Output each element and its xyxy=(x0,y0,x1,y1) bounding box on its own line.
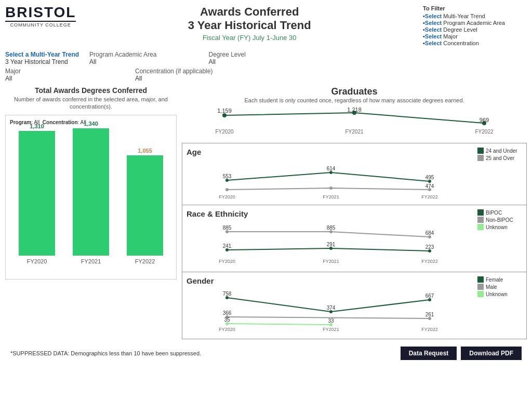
svg-point-15 xyxy=(225,188,229,191)
legend-female: Female xyxy=(477,276,522,283)
graduates-chart: 1,159 1,218 969 FY2020 FY2021 FY2022 xyxy=(182,108,527,138)
degree-selector[interactable]: Degree Level All xyxy=(208,51,245,65)
svg-text:FY2022: FY2022 xyxy=(421,327,438,332)
multi-year-selector[interactable]: Select a Multi-Year Trend 3 Year Histori… xyxy=(5,51,79,65)
total-awards-subtitle: Number of awards conferred in the select… xyxy=(5,96,177,111)
age-svg: 553 614 495 474 FY2020 FY2021 xyxy=(187,159,475,201)
right-panel: Graduates Each student is only counted o… xyxy=(182,86,527,339)
gender-legend: Female Male Unknown xyxy=(475,276,522,297)
bar-rect-fy2020 xyxy=(19,131,55,256)
suppressed-text: *SUPPRESSED DATA: Demographics less than… xyxy=(10,350,201,356)
bar-label-fy2022: FY2022 xyxy=(135,258,155,264)
svg-text:1,159: 1,159 xyxy=(217,108,232,114)
legend-24under-color xyxy=(477,148,484,154)
footer-buttons: Data Request Download PDF xyxy=(401,347,522,360)
logo-sub: COMMUNITY COLLEGE xyxy=(10,23,71,28)
bar-fy2022: 1,055 FY2022 xyxy=(118,148,172,264)
bar-rect-fy2022 xyxy=(127,155,163,256)
filter-item-3: •Select Degree Level xyxy=(423,26,527,33)
bar-value-fy2020: 1,310 xyxy=(30,123,44,129)
svg-text:969: 969 xyxy=(480,117,489,123)
gender-chart-area: Gender 758 374 667 xyxy=(187,276,475,337)
legend-unknown-race-color xyxy=(477,224,484,230)
bar-value-fy2021: 1,340 xyxy=(84,121,98,127)
svg-text:241: 241 xyxy=(223,243,232,249)
svg-text:495: 495 xyxy=(425,175,434,180)
graduates-subtitle: Each student is only counted once, regar… xyxy=(182,97,527,103)
gender-legend-list: Female Male Unknown xyxy=(477,276,522,297)
svg-text:1,218: 1,218 xyxy=(347,108,362,113)
concentration-selector[interactable]: Concentration (if applicable) All xyxy=(135,68,212,82)
multi-year-value: 3 Year Historical Trend xyxy=(5,58,79,65)
svg-text:33: 33 xyxy=(328,318,334,324)
age-chart-row: Age 553 614 495 xyxy=(187,148,522,203)
legend-24under: 24 and Under xyxy=(477,148,522,154)
race-chart-row: Race & Ethnicity 885 885 684 xyxy=(187,209,522,270)
major-selector[interactable]: Major All xyxy=(5,68,21,82)
header-title: Awards Conferred 3 Year Historical Trend… xyxy=(76,5,423,42)
download-pdf-button[interactable]: Download PDF xyxy=(461,347,522,360)
age-legend-list: 24 and Under 25 and Over xyxy=(477,148,522,161)
graduates-title: Graduates xyxy=(182,86,527,97)
filter-title: To Filter xyxy=(423,5,527,11)
legend-25over-label: 25 and Over xyxy=(486,155,514,161)
data-request-button[interactable]: Data Request xyxy=(401,347,457,360)
legend-24under-label: 24 and Under xyxy=(486,148,517,154)
age-chart-area: Age 553 614 495 xyxy=(187,148,475,203)
svg-text:FY2021: FY2021 xyxy=(323,327,339,332)
race-section: Race & Ethnicity 885 885 684 xyxy=(182,205,527,272)
race-title: Race & Ethnicity xyxy=(187,209,475,218)
legend-nonbipoc-color xyxy=(477,217,484,223)
svg-text:FY2022: FY2022 xyxy=(475,129,493,135)
legend-male: Male xyxy=(477,284,522,290)
gender-chart-row: Gender 758 374 667 xyxy=(187,276,522,337)
bar-chart-container: Program: All Concentration: All 1,310 FY… xyxy=(5,115,177,280)
age-title: Age xyxy=(187,148,475,156)
svg-text:684: 684 xyxy=(425,230,434,236)
svg-text:FY2020: FY2020 xyxy=(215,129,233,135)
filter-item-1: •Select Multi-Year Trend xyxy=(423,13,527,19)
svg-point-0 xyxy=(222,113,227,117)
title-line1: Awards Conferred xyxy=(76,5,423,19)
main-content: Total Awards Degrees Conferred Number of… xyxy=(5,86,527,339)
svg-text:291: 291 xyxy=(327,242,336,247)
program-label: Program Academic Area xyxy=(89,51,156,58)
legend-male-label: Male xyxy=(486,284,497,290)
svg-text:FY2021: FY2021 xyxy=(323,194,339,200)
filter-item-4: •Select Major xyxy=(423,33,527,39)
major-value: All xyxy=(5,75,21,82)
multi-year-label: Select a Multi-Year Trend xyxy=(5,51,79,58)
program-selector[interactable]: Program Academic Area All xyxy=(89,51,156,65)
svg-text:FY2022: FY2022 xyxy=(421,194,438,200)
legend-bipoc-label: BIPOC xyxy=(486,210,502,216)
legend-25over: 25 and Over xyxy=(477,155,522,161)
logo-bristol: BRISTOL xyxy=(5,5,76,22)
bar-chart: 1,310 FY2020 1,340 FY2021 1,055 FY2022 xyxy=(10,129,172,275)
legend-unknown-race-label: Unknown xyxy=(486,224,508,230)
svg-text:FY2022: FY2022 xyxy=(421,259,438,264)
race-svg: 885 885 684 241 291 223 FY xyxy=(187,221,475,268)
legend-bipoc-color xyxy=(477,209,484,216)
bar-value-fy2022: 1,055 xyxy=(138,148,152,154)
header-subtitle: Fiscal Year (FY) July 1-June 30 xyxy=(76,34,423,42)
concentration-label: Concentration (if applicable) xyxy=(135,68,212,75)
svg-text:553: 553 xyxy=(223,174,232,179)
filter-box: To Filter •Select Multi-Year Trend •Sele… xyxy=(423,5,527,47)
svg-point-16 xyxy=(329,187,332,190)
svg-text:667: 667 xyxy=(425,293,434,299)
legend-25over-color xyxy=(477,155,484,161)
svg-text:FY2021: FY2021 xyxy=(323,259,339,264)
concentration-value: All xyxy=(135,75,212,82)
graduates-section: Graduates Each student is only counted o… xyxy=(182,86,527,138)
age-section: Age 553 614 495 xyxy=(182,143,527,205)
legend-female-label: Female xyxy=(486,277,503,283)
svg-text:223: 223 xyxy=(425,244,434,250)
legend-nonbipoc: Non-BIPOC xyxy=(477,217,522,223)
legend-nonbipoc-label: Non-BIPOC xyxy=(486,217,513,223)
race-legend-list: BIPOC Non-BIPOC Unknown xyxy=(477,209,522,230)
legend-unknown-gender-label: Unknown xyxy=(486,291,508,297)
bar-fy2021: 1,340 FY2021 xyxy=(64,121,118,264)
legend-unknown-gender-color xyxy=(477,291,484,297)
bar-label-fy2021: FY2021 xyxy=(81,258,101,264)
footer: *SUPPRESSED DATA: Demographics less than… xyxy=(5,343,527,363)
